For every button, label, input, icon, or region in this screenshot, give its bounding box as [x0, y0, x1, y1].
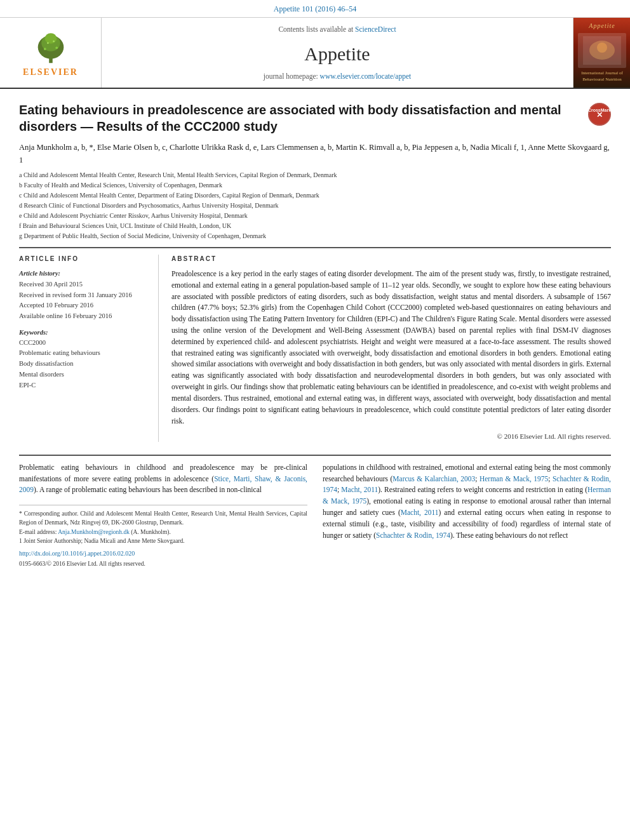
- article-title: Eating behaviours in preadolescence are …: [19, 102, 611, 135]
- body-col-right-text: populations in childhood with restrained…: [323, 462, 611, 542]
- accepted-date: Accepted 10 February 2016: [19, 300, 149, 311]
- abstract-text: Preadolescence is a key period in the ea…: [171, 269, 611, 427]
- footnote-email-link[interactable]: Anja.Munkholm@regionh.dk: [58, 529, 130, 535]
- keyword-3: Body dissatisfaction: [19, 359, 149, 370]
- copyright-line: © 2016 Elsevier Ltd. All rights reserved…: [171, 432, 611, 441]
- keyword-1: CCC2000: [19, 338, 149, 349]
- footnote-corresponding: * Corresponding author. Child and Adoles…: [19, 509, 307, 528]
- article-content: ✕ CrossMark Eating behaviours in preadol…: [0, 89, 630, 575]
- article-info-column: ARTICLE INFO Article history: Received 3…: [19, 255, 159, 442]
- sciencedirect-link[interactable]: ScienceDirect: [355, 25, 396, 33]
- body-two-col: Problematic eating behaviours in childho…: [19, 462, 611, 569]
- received-date: Received 30 April 2015: [19, 279, 149, 290]
- journal-title: Appetite: [304, 41, 370, 67]
- top-citation-bar: Appetite 101 (2016) 46–54: [0, 0, 630, 18]
- affiliation-a: a Child and Adolescent Mental Health Cen…: [19, 170, 611, 180]
- doi-link[interactable]: http://dx.doi.org/10.1016/j.appet.2016.0…: [19, 550, 135, 557]
- affiliation-d: d Research Clinic of Functional Disorder…: [19, 201, 611, 210]
- svg-point-7: [53, 41, 55, 43]
- page-container: Appetite 101 (2016) 46–54: [0, 0, 630, 575]
- svg-point-3: [44, 33, 56, 44]
- homepage-url[interactable]: www.elsevier.com/locate/appet: [320, 72, 412, 80]
- body-col-left: Problematic eating behaviours in childho…: [19, 462, 307, 569]
- keyword-4: Mental disorders: [19, 370, 149, 380]
- ref-herman[interactable]: Herman & Mack, 1975: [479, 475, 548, 483]
- elsevier-logo-container: ELSEVIER: [0, 18, 102, 88]
- svg-point-5: [55, 46, 58, 49]
- keyword-2: Problematic eating behaviours: [19, 348, 149, 359]
- available-date: Available online 16 February 2016: [19, 311, 149, 322]
- elsevier-logo: ELSEVIER: [22, 27, 79, 79]
- footnote-joint: 1 Joint Senior Authorship; Nadia Micali …: [19, 537, 307, 545]
- cover-subtitle: International Journal ofBehavioural Nutr…: [581, 70, 623, 83]
- body-col-left-text: Problematic eating behaviours in childho…: [19, 462, 307, 496]
- svg-point-4: [43, 48, 46, 50]
- svg-text:CrossMark: CrossMark: [588, 108, 611, 112]
- keywords-section: Keywords: CCC2000 Problematic eating beh…: [19, 328, 149, 391]
- abstract-heading: ABSTRACT: [171, 255, 611, 263]
- affiliations-section: a Child and Adolescent Mental Health Cen…: [19, 170, 611, 241]
- cover-art-icon: [583, 36, 621, 65]
- elsevier-wordmark: ELSEVIER: [23, 66, 78, 79]
- elsevier-tree-icon: [22, 27, 79, 65]
- appetite-cover: Appetite International Journal ofBehavio…: [573, 18, 630, 88]
- journal-header-center: Contents lists available at ScienceDirec…: [102, 18, 573, 88]
- article-info-abstract-section: ARTICLE INFO Article history: Received 3…: [19, 255, 611, 442]
- authors-line: Anja Munkholm a, b, *, Else Marie Olsen …: [19, 141, 611, 166]
- body-section: Problematic eating behaviours in childho…: [19, 455, 611, 569]
- cover-image: [578, 33, 626, 68]
- received-revised-date: Received in revised form 31 January 2016: [19, 290, 149, 301]
- footnote-email: E-mail address: Anja.Munkholm@regionh.dk…: [19, 528, 307, 537]
- cover-journal-title: Appetite: [589, 22, 615, 30]
- crossmark-svg: ✕ CrossMark: [588, 103, 611, 126]
- contents-available-text: Contents lists available at ScienceDirec…: [278, 24, 396, 34]
- keyword-5: EPI-C: [19, 380, 149, 391]
- affiliation-c: c Child and Adolescent Mental Health Cen…: [19, 190, 611, 200]
- crossmark-icon: ✕ CrossMark: [588, 103, 611, 126]
- ref-macht2[interactable]: Macht, 2011: [401, 509, 439, 516]
- affiliation-f: f Brain and Behavioural Sciences Unit, U…: [19, 221, 611, 230]
- svg-point-6: [47, 43, 49, 44]
- article-history-section: Article history: Received 30 April 2015 …: [19, 269, 149, 322]
- abstract-column: ABSTRACT Preadolescence is a key period …: [171, 255, 611, 442]
- affiliation-g: g Department of Public Health, Section o…: [19, 231, 611, 241]
- ref-schachter2[interactable]: Schachter & Rodin, 1974: [376, 531, 450, 539]
- citation-text: Appetite 101 (2016) 46–54: [274, 4, 356, 13]
- ref-macht[interactable]: Macht, 2011: [341, 486, 378, 493]
- keywords-list: CCC2000 Problematic eating behaviours Bo…: [19, 338, 149, 391]
- journal-homepage: journal homepage: www.elsevier.com/locat…: [264, 71, 411, 81]
- journal-header: ELSEVIER Contents lists available at Sci…: [0, 18, 630, 89]
- issn-text: 0195-6663/© 2016 Elsevier Ltd. All right…: [19, 559, 307, 568]
- journal-cover-container: Appetite International Journal ofBehavio…: [573, 18, 630, 88]
- divider-after-affiliations: [19, 247, 611, 248]
- footnote-section: * Corresponding author. Child and Adoles…: [19, 505, 307, 568]
- ref-marcus[interactable]: Marcus & Kalarchian, 2003: [392, 475, 475, 483]
- history-label: Article history:: [19, 269, 149, 279]
- ref-stice[interactable]: Stice, Marti, Shaw, & Jaconis, 2009: [19, 475, 307, 494]
- affiliation-b: b Faculty of Health and Medical Sciences…: [19, 180, 611, 190]
- keywords-label: Keywords:: [19, 328, 149, 338]
- body-col-right: populations in childhood with restrained…: [323, 462, 611, 569]
- article-title-section: ✕ CrossMark Eating behaviours in preadol…: [19, 102, 611, 135]
- crossmark-container: ✕ CrossMark: [588, 103, 611, 126]
- article-info-heading: ARTICLE INFO: [19, 255, 149, 263]
- svg-point-10: [597, 43, 607, 53]
- affiliation-e: e Child and Adolescent Psychiatric Cente…: [19, 211, 611, 220]
